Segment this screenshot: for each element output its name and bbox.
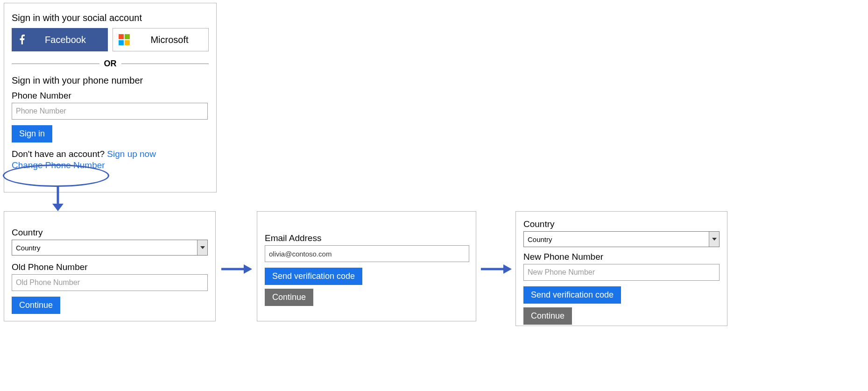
send-code-button-2[interactable]: Send verification code xyxy=(265,268,362,285)
signup-row: Don't have an account? Sign up now xyxy=(12,149,209,159)
facebook-button[interactable]: Facebook xyxy=(12,28,108,51)
arrow-right-1 xyxy=(220,261,253,277)
svg-marker-6 xyxy=(200,246,205,249)
phone-heading: Sign in with your phone number xyxy=(12,75,209,86)
svg-marker-10 xyxy=(503,264,512,274)
chevron-down-icon xyxy=(709,232,719,247)
continue-button-3[interactable]: Continue xyxy=(523,307,572,325)
or-divider: OR xyxy=(12,59,209,69)
svg-rect-3 xyxy=(125,40,130,45)
step3-panel: Country Country New Phone Number Send ve… xyxy=(515,211,727,326)
arrow-right-2 xyxy=(480,261,513,277)
new-phone-label: New Phone Number xyxy=(523,252,720,262)
signup-link[interactable]: Sign up now xyxy=(107,149,156,159)
microsoft-icon xyxy=(113,34,135,46)
phone-input[interactable] xyxy=(12,103,208,120)
continue-button-1[interactable]: Continue xyxy=(12,297,60,314)
continue-button-2[interactable]: Continue xyxy=(265,289,313,306)
step1-panel: Country Country Old Phone Number Continu… xyxy=(4,211,216,321)
change-phone-link[interactable]: Change Phone Number xyxy=(12,160,105,170)
signin-panel: Sign in with your social account Faceboo… xyxy=(4,3,217,192)
phone-label: Phone Number xyxy=(12,91,209,101)
facebook-icon xyxy=(12,33,33,46)
country-select-1[interactable]: Country xyxy=(12,240,208,256)
country-select-3-text: Country xyxy=(524,235,709,243)
country-label-3: Country xyxy=(523,219,720,229)
facebook-label: Facebook xyxy=(33,35,107,45)
social-heading: Sign in with your social account xyxy=(12,13,209,23)
send-code-button-3[interactable]: Send verification code xyxy=(523,286,621,304)
svg-rect-2 xyxy=(119,40,124,45)
old-phone-input[interactable] xyxy=(12,274,208,291)
svg-rect-0 xyxy=(119,34,124,39)
svg-rect-1 xyxy=(125,34,130,39)
old-phone-label: Old Phone Number xyxy=(12,262,208,272)
svg-marker-11 xyxy=(712,238,717,241)
country-select-1-text: Country xyxy=(12,244,197,252)
email-label: Email Address xyxy=(265,233,468,243)
chevron-down-icon xyxy=(197,240,207,255)
microsoft-button[interactable]: Microsoft xyxy=(113,28,209,51)
svg-marker-5 xyxy=(52,204,64,211)
country-label-1: Country xyxy=(12,227,208,238)
email-input[interactable] xyxy=(265,245,469,262)
country-select-3[interactable]: Country xyxy=(523,231,720,247)
social-buttons-row: Facebook Microsoft xyxy=(12,28,209,51)
or-text: OR xyxy=(104,59,117,69)
no-account-text: Don't have an account? xyxy=(12,149,107,159)
microsoft-label: Microsoft xyxy=(135,35,208,45)
step2-panel: Email Address Send verification code Con… xyxy=(257,211,476,321)
new-phone-input[interactable] xyxy=(523,264,720,281)
signin-button[interactable]: Sign in xyxy=(12,125,52,142)
svg-marker-8 xyxy=(244,264,252,274)
